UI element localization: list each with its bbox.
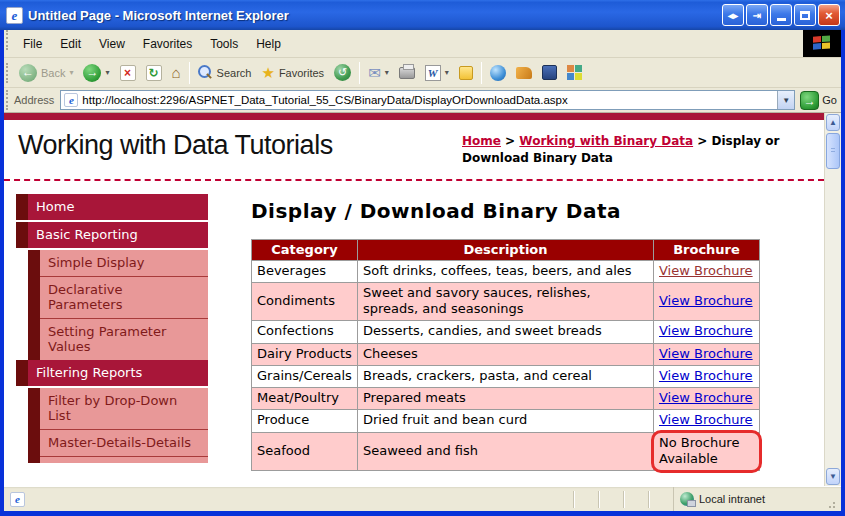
sidebar-item-label: Master-Details-Details (40, 429, 208, 456)
forward-button[interactable]: → ▾ (78, 61, 114, 85)
menubar-grip[interactable] (6, 30, 9, 50)
sidebar-item-label: Filter by Drop-Down List (40, 388, 208, 429)
view-brochure-link[interactable]: View Brochure (659, 368, 753, 383)
sidebar-item-declarative-parameters[interactable]: Declarative Parameters (28, 276, 208, 318)
address-input[interactable]: e http://localhost:2296/ASPNET_Data_Tuto… (60, 90, 795, 110)
discuss-button[interactable] (454, 61, 478, 85)
go-label: Go (822, 94, 837, 106)
breadcrumb-section-link[interactable]: Working with Binary Data (519, 134, 693, 148)
mail-button[interactable]: ✉ ▾ (363, 61, 394, 85)
pan-left-right-button[interactable]: ◂▸ (722, 4, 744, 26)
addressbar-grip[interactable] (6, 90, 9, 110)
address-url[interactable]: http://localhost:2296/ASPNET_Data_Tutori… (82, 94, 777, 106)
menu-bar: File Edit View Favorites Tools Help (4, 30, 841, 58)
description-cell: Prepared meats (358, 388, 654, 410)
view-brochure-link[interactable]: View Brochure (659, 412, 753, 427)
address-dropdown-button[interactable]: ▼ (777, 91, 794, 109)
breadcrumb-home-link[interactable]: Home (462, 134, 501, 148)
go-button[interactable]: → Go (800, 91, 837, 110)
sidebar-item-master-details-details[interactable]: Master-Details-Details (28, 429, 208, 456)
maximize-button[interactable] (794, 4, 816, 26)
view-brochure-link[interactable]: View Brochure (659, 263, 753, 278)
table-row-seafood: Seafood Seaweed and fish No Brochure Ava… (252, 432, 760, 471)
sidebar-item-home[interactable]: Home (16, 194, 208, 220)
menu-edit[interactable]: Edit (51, 37, 90, 51)
stop-button[interactable]: × (115, 61, 141, 85)
sidebar-item-marker (28, 318, 40, 360)
research-button[interactable] (537, 61, 562, 85)
mail-dropdown-icon[interactable]: ▾ (385, 68, 389, 77)
sidebar-item-filtering-reports[interactable]: Filtering Reports (16, 360, 208, 386)
status-pane (598, 491, 623, 508)
scrollbar-track[interactable] (825, 169, 841, 467)
vertical-scrollbar[interactable]: ▲ ▼ (824, 113, 841, 486)
sidebar-item-clipped[interactable] (28, 456, 208, 463)
view-brochure-link[interactable]: View Brochure (659, 323, 753, 338)
sidebar-item-marker (28, 250, 40, 276)
favorites-star-icon: ★ (261, 64, 274, 82)
back-button[interactable]: ← Back ▾ (14, 61, 78, 85)
sidebar-item-filter-by-drop-down-list[interactable]: Filter by Drop-Down List (28, 388, 208, 429)
addon-button[interactable] (562, 61, 587, 85)
browser-window: e Untitled Page - Microsoft Internet Exp… (0, 0, 845, 516)
breadcrumb: Home > Working with Binary Data > Displa… (462, 130, 814, 167)
msn-button[interactable] (511, 61, 537, 85)
resize-grip[interactable] (825, 487, 839, 511)
brochure-cell: View Brochure (654, 321, 760, 343)
title-bar[interactable]: e Untitled Page - Microsoft Internet Exp… (0, 0, 845, 30)
edit-dropdown-icon[interactable]: ▾ (445, 68, 449, 77)
column-header-category: Category (252, 239, 358, 260)
menu-help[interactable]: Help (247, 37, 290, 51)
sidebar-item-marker (16, 360, 28, 386)
home-button[interactable]: ⌂ (167, 61, 186, 85)
breadcrumb-separator: > (501, 134, 519, 148)
brochure-cell: View Brochure (654, 365, 760, 387)
grid-icon (567, 65, 582, 80)
search-button[interactable]: Search (193, 61, 257, 85)
pop-out-button[interactable]: ⇥ (746, 4, 768, 26)
sidebar-item-label: Declarative Parameters (40, 276, 208, 318)
sidebar-item-marker (28, 388, 40, 429)
page-ie-icon: e (64, 93, 78, 107)
view-brochure-link[interactable]: View Brochure (659, 390, 753, 405)
table-row: Meat/Poultry Prepared meats View Brochur… (252, 388, 760, 410)
site-title: Working with Data Tutorials (18, 130, 462, 161)
edit-with-word-button[interactable]: W ▾ (420, 61, 454, 85)
windows-logo-block (803, 30, 841, 57)
scroll-down-button[interactable]: ▼ (826, 468, 840, 485)
toolbar-separator (189, 62, 190, 84)
scroll-up-button[interactable]: ▲ (826, 114, 840, 131)
sidebar-item-setting-parameter-values[interactable]: Setting Parameter Values (28, 318, 208, 360)
category-cell: Condiments (252, 282, 358, 321)
close-button[interactable]: × (818, 4, 840, 26)
sidebar-item-simple-display[interactable]: Simple Display (28, 250, 208, 276)
refresh-button[interactable]: ↻ (141, 61, 167, 85)
minimize-button[interactable] (770, 4, 792, 26)
sidebar-item-basic-reporting[interactable]: Basic Reporting (16, 222, 208, 248)
menu-favorites[interactable]: Favorites (134, 37, 201, 51)
standard-toolbar: ← Back ▾ → ▾ × ↻ ⌂ Search ★ Favorites ↺ (4, 58, 841, 88)
no-brochure-cell: No Brochure Available (654, 432, 760, 471)
view-brochure-link[interactable]: View Brochure (659, 346, 753, 361)
description-cell: Cheeses (358, 343, 654, 365)
messenger-button[interactable] (485, 61, 511, 85)
forward-dropdown-icon[interactable]: ▾ (105, 68, 109, 77)
back-dropdown-icon[interactable]: ▾ (69, 68, 73, 77)
history-button[interactable]: ↺ (329, 61, 356, 85)
table-row: Condiments Sweet and savory sauces, reli… (252, 282, 760, 321)
print-button[interactable] (394, 61, 420, 85)
category-cell: Meat/Poultry (252, 388, 358, 410)
brochure-cell: View Brochure (654, 410, 760, 432)
menu-file[interactable]: File (14, 37, 51, 51)
scrollbar-thumb[interactable] (826, 133, 840, 169)
address-bar: Address e http://localhost:2296/ASPNET_D… (4, 88, 841, 113)
menu-view[interactable]: View (90, 37, 134, 51)
category-cell: Confections (252, 321, 358, 343)
column-header-description: Description (358, 239, 654, 260)
menu-tools[interactable]: Tools (201, 37, 247, 51)
address-label: Address (14, 94, 54, 106)
view-brochure-link[interactable]: View Brochure (659, 293, 753, 308)
favorites-button[interactable]: ★ Favorites (256, 61, 329, 85)
toolbar-grip[interactable] (6, 63, 9, 83)
category-cell: Beverages (252, 260, 358, 282)
